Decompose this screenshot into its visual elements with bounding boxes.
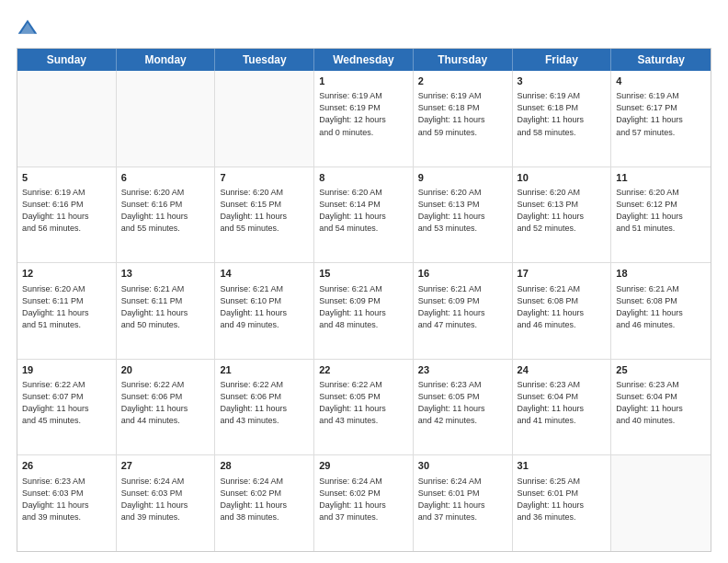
calendar-week-5: 26Sunrise: 6:23 AM Sunset: 6:03 PM Dayli… [17, 455, 711, 551]
day-number: 8 [319, 171, 408, 185]
day-number: 17 [518, 267, 607, 281]
day-number: 15 [319, 267, 408, 281]
day-number: 5 [22, 171, 111, 185]
day-info: Sunrise: 6:20 AM Sunset: 6:15 PM Dayligh… [220, 187, 309, 235]
day-info: Sunrise: 6:22 AM Sunset: 6:05 PM Dayligh… [319, 379, 408, 427]
table-row: 27Sunrise: 6:24 AM Sunset: 6:03 PM Dayli… [117, 455, 216, 551]
day-number: 16 [418, 267, 507, 281]
day-number: 24 [518, 363, 607, 377]
day-number: 22 [319, 363, 408, 377]
table-row: 15Sunrise: 6:21 AM Sunset: 6:09 PM Dayli… [314, 263, 414, 359]
table-row: 10Sunrise: 6:20 AM Sunset: 6:13 PM Dayli… [513, 167, 612, 263]
day-info: Sunrise: 6:19 AM Sunset: 6:18 PM Dayligh… [418, 90, 507, 138]
table-row: 30Sunrise: 6:24 AM Sunset: 6:01 PM Dayli… [414, 455, 513, 551]
table-row: 9Sunrise: 6:20 AM Sunset: 6:13 PM Daylig… [414, 167, 513, 263]
table-row: 18Sunrise: 6:21 AM Sunset: 6:08 PM Dayli… [611, 263, 711, 359]
header-day-thursday: Thursday [414, 49, 513, 71]
table-row: 22Sunrise: 6:22 AM Sunset: 6:05 PM Dayli… [314, 360, 414, 455]
day-info: Sunrise: 6:21 AM Sunset: 6:08 PM Dayligh… [616, 283, 706, 331]
table-row: 19Sunrise: 6:22 AM Sunset: 6:07 PM Dayli… [17, 360, 117, 455]
table-row: 24Sunrise: 6:23 AM Sunset: 6:04 PM Dayli… [513, 360, 612, 455]
table-row: 23Sunrise: 6:23 AM Sunset: 6:05 PM Dayli… [414, 360, 513, 455]
day-info: Sunrise: 6:22 AM Sunset: 6:06 PM Dayligh… [121, 379, 210, 427]
day-info: Sunrise: 6:24 AM Sunset: 6:02 PM Dayligh… [319, 476, 408, 523]
day-number: 30 [418, 459, 507, 473]
header-day-tuesday: Tuesday [215, 49, 314, 71]
day-info: Sunrise: 6:19 AM Sunset: 6:18 PM Dayligh… [518, 90, 607, 138]
table-row: 21Sunrise: 6:22 AM Sunset: 6:06 PM Dayli… [215, 360, 314, 455]
day-number: 27 [121, 459, 210, 473]
day-number: 10 [518, 171, 607, 185]
day-number: 20 [121, 363, 210, 377]
day-info: Sunrise: 6:19 AM Sunset: 6:17 PM Dayligh… [616, 90, 706, 138]
header-day-saturday: Saturday [611, 49, 711, 71]
header-day-sunday: Sunday [17, 49, 117, 71]
header-day-friday: Friday [513, 49, 612, 71]
day-info: Sunrise: 6:21 AM Sunset: 6:09 PM Dayligh… [319, 283, 408, 331]
header [17, 17, 711, 39]
calendar-week-4: 19Sunrise: 6:22 AM Sunset: 6:07 PM Dayli… [17, 360, 711, 456]
day-info: Sunrise: 6:21 AM Sunset: 6:08 PM Dayligh… [518, 283, 607, 331]
calendar-week-2: 5Sunrise: 6:19 AM Sunset: 6:16 PM Daylig… [17, 167, 711, 264]
table-row: 11Sunrise: 6:20 AM Sunset: 6:12 PM Dayli… [611, 167, 711, 263]
day-number: 26 [22, 459, 111, 473]
table-row: 8Sunrise: 6:20 AM Sunset: 6:14 PM Daylig… [314, 167, 414, 263]
day-number: 13 [121, 267, 210, 281]
day-number: 19 [22, 363, 111, 377]
day-number: 1 [319, 75, 408, 88]
day-info: Sunrise: 6:20 AM Sunset: 6:11 PM Dayligh… [22, 283, 111, 331]
day-number: 2 [418, 75, 507, 88]
day-info: Sunrise: 6:21 AM Sunset: 6:09 PM Dayligh… [418, 283, 507, 331]
day-info: Sunrise: 6:21 AM Sunset: 6:11 PM Dayligh… [121, 283, 210, 331]
day-number: 6 [121, 171, 210, 185]
day-number: 12 [22, 267, 111, 281]
table-row: 6Sunrise: 6:20 AM Sunset: 6:16 PM Daylig… [117, 167, 216, 263]
day-number: 4 [616, 75, 706, 88]
day-number: 9 [418, 171, 507, 185]
table-row: 2Sunrise: 6:19 AM Sunset: 6:18 PM Daylig… [414, 71, 513, 167]
day-number: 18 [616, 267, 706, 281]
day-number: 7 [220, 171, 309, 185]
table-row: 4Sunrise: 6:19 AM Sunset: 6:17 PM Daylig… [611, 71, 711, 167]
day-info: Sunrise: 6:24 AM Sunset: 6:02 PM Dayligh… [220, 476, 309, 523]
logo-icon [17, 17, 39, 39]
table-row: 12Sunrise: 6:20 AM Sunset: 6:11 PM Dayli… [17, 263, 117, 359]
day-info: Sunrise: 6:23 AM Sunset: 6:04 PM Dayligh… [518, 379, 607, 427]
day-number: 29 [319, 459, 408, 473]
table-row: 20Sunrise: 6:22 AM Sunset: 6:06 PM Dayli… [117, 360, 216, 455]
table-row: 17Sunrise: 6:21 AM Sunset: 6:08 PM Dayli… [513, 263, 612, 359]
table-row: 5Sunrise: 6:19 AM Sunset: 6:16 PM Daylig… [17, 167, 117, 263]
day-info: Sunrise: 6:20 AM Sunset: 6:13 PM Dayligh… [518, 187, 607, 235]
day-number: 31 [518, 459, 607, 473]
table-row [117, 71, 216, 167]
table-row: 28Sunrise: 6:24 AM Sunset: 6:02 PM Dayli… [215, 455, 314, 551]
day-info: Sunrise: 6:20 AM Sunset: 6:13 PM Dayligh… [418, 187, 507, 235]
day-info: Sunrise: 6:20 AM Sunset: 6:14 PM Dayligh… [319, 187, 408, 235]
header-day-wednesday: Wednesday [314, 49, 414, 71]
day-info: Sunrise: 6:22 AM Sunset: 6:06 PM Dayligh… [220, 379, 309, 427]
day-number: 11 [616, 171, 706, 185]
table-row: 16Sunrise: 6:21 AM Sunset: 6:09 PM Dayli… [414, 263, 513, 359]
day-info: Sunrise: 6:22 AM Sunset: 6:07 PM Dayligh… [22, 379, 111, 427]
day-number: 23 [418, 363, 507, 377]
table-row [215, 71, 314, 167]
day-info: Sunrise: 6:20 AM Sunset: 6:16 PM Dayligh… [121, 187, 210, 235]
calendar-week-1: 1Sunrise: 6:19 AM Sunset: 6:19 PM Daylig… [17, 71, 711, 167]
table-row: 1Sunrise: 6:19 AM Sunset: 6:19 PM Daylig… [314, 71, 414, 167]
logo [17, 17, 42, 39]
day-info: Sunrise: 6:24 AM Sunset: 6:01 PM Dayligh… [418, 476, 507, 523]
day-number: 14 [220, 267, 309, 281]
table-row: 3Sunrise: 6:19 AM Sunset: 6:18 PM Daylig… [513, 71, 612, 167]
day-number: 28 [220, 459, 309, 473]
day-info: Sunrise: 6:23 AM Sunset: 6:04 PM Dayligh… [616, 379, 706, 427]
day-info: Sunrise: 6:24 AM Sunset: 6:03 PM Dayligh… [121, 476, 210, 523]
day-info: Sunrise: 6:19 AM Sunset: 6:16 PM Dayligh… [22, 187, 111, 235]
table-row [611, 455, 711, 551]
table-row: 26Sunrise: 6:23 AM Sunset: 6:03 PM Dayli… [17, 455, 117, 551]
table-row: 25Sunrise: 6:23 AM Sunset: 6:04 PM Dayli… [611, 360, 711, 455]
table-row: 13Sunrise: 6:21 AM Sunset: 6:11 PM Dayli… [117, 263, 216, 359]
table-row: 31Sunrise: 6:25 AM Sunset: 6:01 PM Dayli… [513, 455, 612, 551]
page: SundayMondayTuesdayWednesdayThursdayFrid… [0, 0, 728, 563]
table-row: 14Sunrise: 6:21 AM Sunset: 6:10 PM Dayli… [215, 263, 314, 359]
day-info: Sunrise: 6:21 AM Sunset: 6:10 PM Dayligh… [220, 283, 309, 331]
